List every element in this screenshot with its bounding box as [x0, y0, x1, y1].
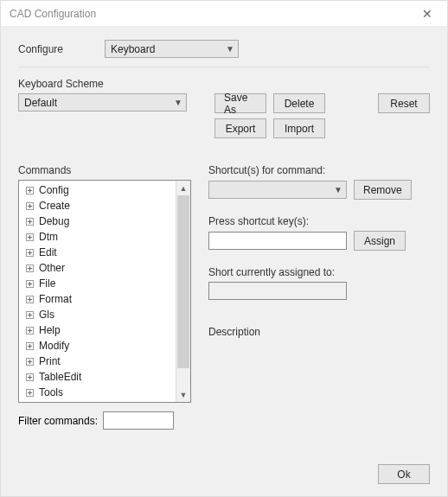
- commands-column: Commands ConfigCreateDebugDtmEditOtherFi…: [18, 164, 191, 430]
- expand-icon[interactable]: [26, 187, 34, 194]
- expand-icon[interactable]: [26, 311, 34, 319]
- tree-item[interactable]: Config: [19, 182, 176, 198]
- assigned-label: Short currently assigned to:: [208, 266, 430, 278]
- tree-item[interactable]: File: [19, 276, 176, 291]
- tree-item[interactable]: Gls: [19, 307, 176, 322]
- expand-icon[interactable]: [26, 218, 34, 226]
- dialog-content: Configure Keyboard ▼ Keyboard Scheme Def…: [1, 27, 447, 496]
- scroll-track[interactable]: [176, 195, 190, 387]
- expand-icon[interactable]: [26, 296, 34, 303]
- description-label: Description: [208, 326, 430, 338]
- expand-icon[interactable]: [26, 280, 34, 288]
- shortcut-column: Shortcut(s) for command: ▼ Remove Press …: [208, 164, 430, 430]
- tree-item-label: Tools: [39, 386, 63, 398]
- tree-item-label: TableEdit: [39, 371, 81, 383]
- titlebar: CAD Configuration ✕: [1, 1, 447, 27]
- commands-label: Commands: [18, 164, 191, 176]
- window-title: CAD Configuration: [10, 8, 96, 20]
- assigned-display: [208, 282, 347, 300]
- tree-item[interactable]: Debug: [19, 213, 176, 229]
- save-as-button[interactable]: Save As: [214, 93, 266, 113]
- chevron-down-icon: ▼: [174, 98, 182, 107]
- tree-item-label: Gls: [39, 309, 54, 321]
- commands-tree[interactable]: ConfigCreateDebugDtmEditOtherFileFormatG…: [18, 180, 191, 403]
- tree-item-label: Print: [39, 355, 61, 367]
- lower-area: Commands ConfigCreateDebugDtmEditOtherFi…: [18, 164, 430, 430]
- tree-item-label: Format: [39, 293, 72, 305]
- scroll-up-icon[interactable]: ▲: [176, 181, 190, 195]
- scrollbar[interactable]: ▲ ▼: [176, 181, 190, 402]
- expand-icon[interactable]: [26, 389, 34, 397]
- configure-label: Configure: [18, 43, 96, 55]
- configure-select[interactable]: Keyboard ▼: [105, 40, 239, 58]
- dialog-window: CAD Configuration ✕ Configure Keyboard ▼…: [0, 0, 448, 497]
- commands-tree-inner: ConfigCreateDebugDtmEditOtherFileFormatG…: [19, 181, 176, 402]
- expand-icon[interactable]: [26, 327, 34, 335]
- chevron-down-icon: ▼: [226, 44, 234, 54]
- tree-item[interactable]: Create: [19, 198, 176, 213]
- expand-icon[interactable]: [26, 233, 34, 241]
- tree-item[interactable]: TableEdit: [19, 369, 176, 385]
- assign-button[interactable]: Assign: [354, 231, 406, 251]
- tree-item[interactable]: Help: [19, 322, 176, 338]
- filter-row: Filter commands:: [18, 411, 191, 430]
- configure-row: Configure Keyboard ▼: [18, 40, 430, 58]
- tree-item[interactable]: Dtm: [19, 229, 176, 245]
- tree-item-label: Config: [39, 184, 69, 196]
- scheme-select[interactable]: Default ▼: [18, 93, 187, 112]
- filter-input[interactable]: [103, 411, 174, 430]
- tree-item-label: Dtm: [39, 231, 58, 243]
- tree-item-label: Edit: [39, 246, 57, 258]
- dialog-footer: Ok: [378, 464, 430, 484]
- tree-item-label: File: [39, 277, 55, 290]
- tree-item[interactable]: Edit: [19, 245, 176, 260]
- tree-item[interactable]: Other: [19, 260, 176, 276]
- expand-icon[interactable]: [26, 249, 34, 257]
- reset-button[interactable]: Reset: [378, 93, 430, 113]
- shortcuts-select[interactable]: ▼: [208, 181, 347, 199]
- delete-button[interactable]: Delete: [273, 93, 325, 113]
- expand-icon[interactable]: [26, 373, 34, 381]
- remove-button[interactable]: Remove: [354, 180, 412, 200]
- expand-icon[interactable]: [26, 264, 34, 272]
- scheme-value: Default: [24, 97, 57, 109]
- expand-icon[interactable]: [26, 342, 34, 350]
- scroll-down-icon[interactable]: ▼: [176, 387, 190, 402]
- tree-item-label: Create: [39, 200, 70, 212]
- close-icon[interactable]: ✕: [414, 7, 440, 21]
- tree-item-label: Modify: [39, 340, 69, 352]
- scroll-thumb[interactable]: [177, 195, 189, 368]
- expand-icon[interactable]: [26, 358, 34, 366]
- filter-label: Filter commands:: [18, 415, 98, 427]
- tree-item[interactable]: Tools: [19, 385, 176, 400]
- import-button[interactable]: Import: [273, 118, 325, 138]
- expand-icon[interactable]: [26, 202, 34, 210]
- scheme-row: Default ▼ Save As Delete Export Import R…: [18, 93, 430, 138]
- tree-item-label: Other: [39, 262, 65, 274]
- scheme-buttons: Save As Delete Export Import: [214, 93, 325, 138]
- scheme-label: Keyboard Scheme: [18, 78, 430, 90]
- chevron-down-icon: ▼: [334, 185, 342, 194]
- tree-item[interactable]: Modify: [19, 338, 176, 354]
- tree-item[interactable]: Format: [19, 291, 176, 307]
- divider: [18, 67, 430, 67]
- press-label: Press shortcut key(s):: [208, 215, 430, 227]
- tree-item-label: Debug: [39, 215, 69, 227]
- configure-value: Keyboard: [111, 43, 155, 55]
- press-shortcut-input[interactable]: [208, 232, 347, 250]
- export-button[interactable]: Export: [214, 118, 266, 138]
- tree-item[interactable]: Print: [19, 354, 176, 369]
- shortcuts-label: Shortcut(s) for command:: [208, 164, 430, 176]
- tree-item-label: Help: [39, 324, 61, 336]
- ok-button[interactable]: Ok: [378, 464, 430, 484]
